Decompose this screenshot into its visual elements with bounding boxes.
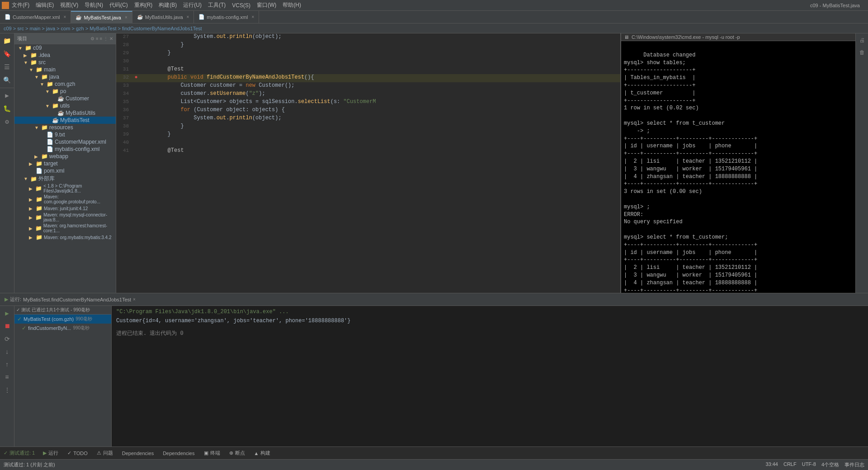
tab-breakpoints[interactable]: ⊕ 断点 — [225, 447, 250, 460]
tree-item-c09[interactable]: ▼ 📁 c09 — [14, 44, 116, 52]
menu-navigate[interactable]: 导航(N) — [85, 1, 103, 9]
delete-icon[interactable]: 🗑 — [858, 47, 867, 58]
menu-tools[interactable]: 工具(T) — [208, 1, 226, 9]
tree-label-customermapperxml: CustomerMapper.xml — [55, 139, 106, 145]
breakpoint-icon: ● — [134, 74, 137, 80]
tab-mybatistest-close[interactable]: × — [125, 15, 127, 20]
tree-item-webapp[interactable]: ▶ 📁 webapp — [14, 153, 116, 160]
tab-run-close[interactable]: × — [133, 297, 136, 302]
tree-item-mybatisutils[interactable]: ☕ MyBatisUtils — [14, 109, 116, 117]
tab-profiler[interactable]: Dependencies — [118, 447, 158, 460]
status-bar: 测试通过: 1 (片刻 之前) 33:44 CRLF UTF-8 4个空格 事件… — [0, 459, 868, 470]
tab-dependencies-label: Dependencies — [163, 451, 194, 456]
test-pass-text: 测试通过: 1 — [9, 450, 35, 456]
run-tab-bar: ▶ 运行: MyBatisTest.findCustomerByNameAndJ… — [0, 293, 868, 306]
tree-item-customer[interactable]: ☕ Customer — [14, 95, 116, 102]
settings-icon[interactable]: ⚙ — [1, 116, 14, 127]
tree-item-main[interactable]: ▼ 📁 main — [14, 66, 116, 73]
tree-item-src[interactable]: ▼ 📁 src — [14, 59, 116, 66]
run-play-btn[interactable]: ▶ — [1, 308, 14, 319]
tab-problems-label: 问题 — [103, 450, 113, 456]
mybatistest-icon: ☕ — [75, 14, 82, 20]
tab-run-bottom[interactable]: ▶ 运行 — [38, 447, 63, 460]
tree-item-jdk[interactable]: ▶ 📁 < 1.8 > C:\Program Files\Java\jdk1.8… — [14, 183, 116, 194]
menu-build[interactable]: 构建(B) — [159, 1, 177, 9]
problems-icon: ⚠ — [97, 450, 101, 456]
tree-item-java[interactable]: ▼ 📁 java — [14, 73, 116, 80]
tree-item-mybatisconfig-xml[interactable]: 📄 mybatis-config.xml — [14, 146, 116, 153]
menu-view[interactable]: 视图(V) — [60, 1, 78, 9]
tree-label-mybatis: Maven: org.mybatis:mybatis:3.4.2 — [44, 235, 112, 240]
tree-item-9txt[interactable]: 📄 9.txt — [14, 131, 116, 138]
print-icon[interactable]: 🖨 — [858, 35, 867, 46]
tree-item-mybatis[interactable]: ▶ 📁 Maven: org.mybatis:mybatis:3.4.2 — [14, 234, 116, 241]
menu-refactor[interactable]: 重构(R) — [134, 1, 153, 9]
tab-todo[interactable]: ✓ TODO — [63, 447, 92, 460]
tree-item-comgzh[interactable]: ▼ 📁 com.gzh — [14, 80, 116, 88]
tree-item-protobuf[interactable]: ▶ 📁 Maven: com.google.protobuf:proto... — [14, 194, 116, 205]
terminal-content[interactable]: Database changed mysql> show tables; +--… — [621, 41, 855, 293]
tree-item-po[interactable]: ▼ 📁 po — [14, 88, 116, 95]
tree-item-idea[interactable]: ▶ 📁 .idea — [14, 52, 116, 59]
tree-label-jdk: < 1.8 > C:\Program Files\Java\jdk1.8... — [43, 183, 116, 193]
tree-label-external: 外部库 — [38, 175, 55, 183]
tab-customermapper[interactable]: 📄 CustomerMapper.xml × — [0, 11, 71, 24]
tree-label-9txt: 9.txt — [55, 132, 65, 138]
find-icon[interactable]: 🔍 — [1, 75, 14, 86]
tree-item-utils[interactable]: ▼ 📁 utils — [14, 102, 116, 109]
run-play-icon: ▶ — [5, 296, 8, 302]
menu-edit[interactable]: 编辑(E) — [36, 1, 54, 9]
tab-run-test-label: MyBatisTest.findCustomerByNameAndJobs1Te… — [23, 297, 131, 302]
menu-code[interactable]: 代码(C) — [109, 1, 128, 9]
run-more-btn[interactable]: ⋮ — [1, 385, 14, 396]
debug-icon[interactable]: 🐛 — [1, 103, 14, 114]
run-menu-btn[interactable]: ≡ — [1, 372, 14, 383]
tab-terminal[interactable]: ▣ 终端 — [199, 447, 225, 460]
tree-item-external[interactable]: ▼ 📁 外部库 — [14, 174, 116, 183]
tab-mybatisutils[interactable]: ☕ MyBatisUtils.java × — [132, 11, 194, 24]
bookmark-icon[interactable]: 🔖 — [1, 48, 14, 60]
tab-run[interactable]: ▶ 运行: MyBatisTest.findCustomerByNameAndJ… — [0, 293, 140, 306]
tab-mybatisutils-close[interactable]: × — [187, 14, 189, 19]
run-output[interactable]: "C:\Program Files\Java\jdk1.8.0_201\bin\… — [112, 306, 868, 446]
tree-label-c09: c09 — [33, 45, 42, 51]
tree-item-mysql[interactable]: ▶ 📁 Maven: mysql:mysql-connector-java:8.… — [14, 212, 116, 223]
menu-vcs[interactable]: VCS(S) — [232, 2, 250, 9]
run-rerun-btn[interactable]: ⟳ — [1, 334, 14, 345]
project-icon[interactable]: 📁 — [1, 35, 14, 47]
tree-item-customermapper-xml[interactable]: 📄 CustomerMapper.xml — [14, 138, 116, 146]
run-icon-left[interactable]: ▶ — [1, 90, 14, 101]
tree-item-target[interactable]: ▶ 📁 target — [14, 160, 116, 167]
tree-item-mybatistest[interactable]: ☕ MyBatisTest — [14, 117, 116, 124]
run-check-sub-icon: ✓ — [22, 325, 26, 331]
tree-item-resources[interactable]: ▼ 📁 resources — [14, 124, 116, 131]
tab-dependencies[interactable]: Dependencies — [158, 447, 199, 460]
tab-build[interactable]: ▲ 构建 — [250, 447, 275, 460]
status-test-pass: 测试通过: 1 (片刻 之前) — [4, 461, 55, 468]
tab-problems[interactable]: ⚠ 问题 — [92, 447, 118, 460]
tab-mybatistest[interactable]: ☕ MyBatisTest.java × — [71, 11, 132, 24]
menu-run[interactable]: 运行(U) — [183, 1, 202, 9]
run-item-mybatistest[interactable]: ✓ MyBatisTest (com.gzh) 990毫秒 — [14, 315, 111, 324]
tree-label-comgzh: com.gzh — [55, 81, 75, 87]
structure-icon[interactable]: ☰ — [1, 61, 14, 73]
menu-help[interactable]: 帮助(H) — [283, 1, 301, 9]
status-event-log[interactable]: 事件日志 — [844, 461, 864, 468]
menu-window[interactable]: 窗口(W) — [257, 1, 276, 9]
tree-item-pomxml[interactable]: 📄 pom.xml — [14, 167, 116, 174]
tab-mybatisconfig[interactable]: 📄 mybatis-config.xml × — [194, 11, 259, 24]
run-status-text: ✓ 测试 已通过:1共1个测试 - 990毫秒 — [16, 307, 90, 313]
code-editor[interactable]: 27 System.out.println(object); 28 } 29 }… — [116, 33, 620, 293]
run-item-findcustomer[interactable]: ✓ findCustomerByN... 990毫秒 — [14, 324, 111, 333]
tree-item-junit[interactable]: ▶ 📁 Maven: junit:junit:4.12 — [14, 205, 116, 212]
tab-mybatisconfig-close[interactable]: × — [251, 14, 254, 19]
tree-item-hamcrest[interactable]: ▶ 📁 Maven: org.hamcrest:hamcrest-core:1.… — [14, 223, 116, 234]
window-title: c09 - MyBatisTest.java — [810, 3, 860, 8]
menu-file[interactable]: 文件(F) — [12, 1, 29, 9]
tab-customermapper-close[interactable]: × — [64, 14, 66, 19]
run-stop-btn[interactable]: ⏹ — [1, 321, 14, 332]
run-down-btn[interactable]: ↓ — [1, 347, 14, 357]
run-up-btn[interactable]: ↑ — [1, 359, 14, 370]
tab-terminal-label: 终端 — [210, 450, 220, 456]
tab-customermapper-label: CustomerMapper.xml — [13, 14, 60, 20]
